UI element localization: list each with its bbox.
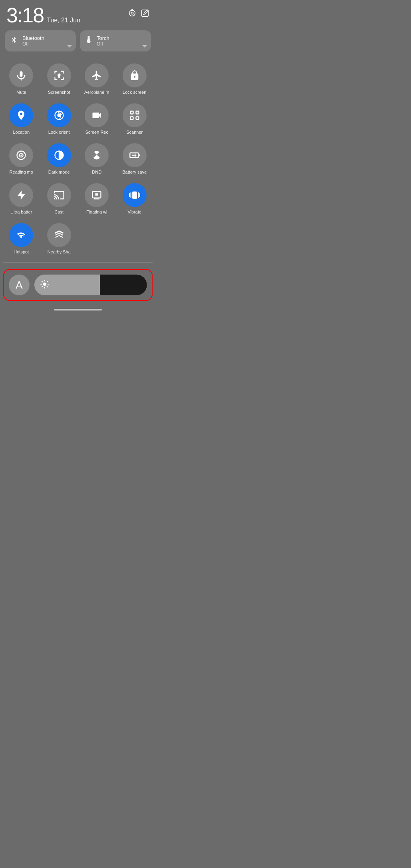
tile-scanner[interactable]: Scanner	[117, 99, 153, 138]
bluetooth-arrow	[67, 45, 72, 47]
tile-hotspot[interactable]: Hotspot	[3, 219, 40, 257]
torch-tile[interactable]: Torch Off	[80, 30, 151, 51]
lockscreen-circle	[123, 63, 147, 87]
settings-icon	[128, 9, 137, 18]
svg-point-1	[131, 12, 133, 14]
readingmode-label: Reading mo	[10, 170, 33, 174]
svg-rect-9	[136, 117, 139, 120]
brightness-icon	[40, 279, 50, 291]
floatingwi-label: Floating wi	[86, 210, 107, 214]
edit-icon	[141, 9, 149, 18]
nearbysha-label: Nearby Sha	[48, 249, 71, 254]
darkmode-label: Dark mode	[48, 170, 70, 174]
quick-settings-grid: Mute Screenshot Aeroplane m Lock screen …	[0, 58, 156, 259]
dnd-label: DND	[92, 170, 101, 174]
aeroplane-label: Aeroplane m	[84, 90, 109, 95]
location-label: Location	[13, 130, 30, 134]
lockorient-circle	[47, 103, 71, 127]
bluetooth-tile[interactable]: Bluetooth Off	[5, 30, 76, 51]
tile-batterysave[interactable]: Battery save	[117, 139, 153, 178]
tile-lockorient[interactable]: Lock orient	[41, 99, 77, 138]
readingmode-circle	[9, 143, 33, 167]
dnd-circle	[85, 143, 109, 167]
nearbysha-circle	[47, 223, 71, 247]
cast-label: Cast	[54, 210, 64, 214]
status-bar: 3:18 Tue, 21 Jun	[0, 0, 156, 27]
ultrabatter-circle	[9, 183, 33, 207]
brightness-slider[interactable]	[34, 275, 147, 295]
hotspot-label: Hotspot	[14, 249, 29, 254]
location-circle	[9, 103, 33, 127]
screenshot-circle	[47, 63, 71, 87]
hotspot-circle	[9, 223, 33, 247]
tile-dnd[interactable]: DND	[79, 139, 115, 178]
cast-circle	[47, 183, 71, 207]
svg-rect-8	[130, 117, 133, 120]
bluetooth-info: Bluetooth Off	[22, 35, 44, 47]
floatingwi-circle	[85, 183, 109, 207]
torch-name: Torch	[97, 35, 109, 41]
svg-rect-6	[130, 111, 133, 114]
torch-icon	[85, 36, 93, 46]
bottom-bar: A	[3, 269, 153, 301]
vibrate-label: Vibrate	[127, 210, 141, 214]
avatar-label: A	[16, 279, 22, 291]
divider	[3, 262, 153, 263]
svg-rect-2	[142, 10, 149, 17]
tile-aeroplane[interactable]: Aeroplane m	[79, 59, 115, 98]
aeroplane-circle	[85, 63, 109, 87]
date: Tue, 21 Jun	[47, 17, 80, 24]
screenrec-circle	[85, 103, 109, 127]
vibrate-circle	[123, 183, 147, 207]
screenshot-label: Screenshot	[48, 90, 70, 95]
tile-cast[interactable]: Cast	[41, 179, 77, 217]
tile-nearbysha[interactable]: Nearby Sha	[41, 219, 77, 257]
scanner-circle	[123, 103, 147, 127]
batterysave-circle	[123, 143, 147, 167]
scanner-label: Scanner	[126, 130, 143, 134]
nav-bar	[0, 304, 156, 314]
mute-circle	[9, 63, 33, 87]
torch-arrow	[142, 45, 147, 47]
bluetooth-icon	[10, 36, 18, 46]
tile-darkmode[interactable]: Dark mode	[41, 139, 77, 178]
screenrec-label: Screen Rec	[85, 130, 108, 134]
svg-point-17	[43, 283, 46, 286]
status-icons	[128, 9, 149, 18]
tile-lockscreen[interactable]: Lock screen	[117, 59, 153, 98]
tile-screenrec[interactable]: Screen Rec	[79, 99, 115, 138]
batterysave-label: Battery save	[122, 170, 147, 174]
svg-rect-7	[136, 111, 139, 114]
torch-info: Torch Off	[97, 35, 109, 47]
darkmode-circle	[47, 143, 71, 167]
svg-rect-3	[88, 36, 90, 39]
tile-screenshot[interactable]: Screenshot	[41, 59, 77, 98]
lockorient-label: Lock orient	[48, 130, 70, 134]
tile-location[interactable]: Location	[3, 99, 40, 138]
tile-ultrabatter[interactable]: Ultra batter	[3, 179, 40, 217]
brightness-fill	[100, 275, 147, 295]
tile-vibrate[interactable]: Vibrate	[117, 179, 153, 217]
torch-status: Off	[97, 41, 109, 47]
svg-rect-16	[132, 192, 137, 199]
tile-mute[interactable]: Mute	[3, 59, 40, 98]
avatar[interactable]: A	[9, 275, 30, 295]
bluetooth-status: Off	[22, 41, 44, 47]
nav-pill	[54, 309, 102, 310]
tile-floatingwi[interactable]: Floating wi	[79, 179, 115, 217]
lockscreen-label: Lock screen	[123, 90, 146, 95]
clock: 3:18	[6, 5, 44, 26]
bluetooth-name: Bluetooth	[22, 35, 44, 41]
ultrabatter-label: Ultra batter	[10, 210, 32, 214]
top-tiles: Bluetooth Off Torch Off	[0, 27, 156, 55]
mute-label: Mute	[16, 90, 26, 95]
tile-readingmode[interactable]: Reading mo	[3, 139, 40, 178]
time-block: 3:18 Tue, 21 Jun	[6, 5, 80, 26]
svg-point-12	[21, 154, 22, 156]
